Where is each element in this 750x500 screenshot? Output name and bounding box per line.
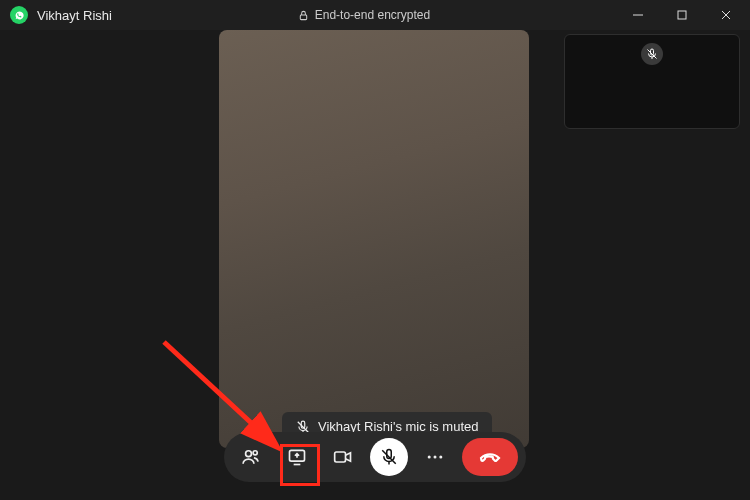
participants-button[interactable] <box>232 438 270 476</box>
whatsapp-icon <box>10 6 28 24</box>
more-options-button[interactable] <box>416 438 454 476</box>
lock-icon <box>298 10 309 21</box>
svg-rect-0 <box>300 15 306 20</box>
svg-point-10 <box>253 451 257 455</box>
svg-point-18 <box>439 456 442 459</box>
pip-mic-muted-badge <box>641 43 663 65</box>
maximize-button[interactable] <box>660 0 704 30</box>
svg-rect-13 <box>335 452 346 462</box>
video-toggle-button[interactable] <box>324 438 362 476</box>
encryption-status: End-to-end encrypted <box>298 8 430 22</box>
close-button[interactable] <box>704 0 748 30</box>
encryption-label: End-to-end encrypted <box>315 8 430 22</box>
self-video-pip[interactable] <box>564 34 740 129</box>
svg-point-16 <box>428 456 431 459</box>
title-bar: Vikhayt Rishi End-to-end encrypted <box>0 0 750 30</box>
svg-point-17 <box>434 456 437 459</box>
call-stage: Vikhayt Rishi's mic is muted <box>0 30 750 500</box>
window-controls <box>616 0 748 30</box>
contact-name: Vikhayt Rishi <box>37 8 112 23</box>
minimize-button[interactable] <box>616 0 660 30</box>
svg-point-9 <box>246 451 252 457</box>
share-screen-button[interactable] <box>278 438 316 476</box>
call-controls-bar <box>224 432 526 482</box>
main-video-feed <box>219 30 529 448</box>
svg-rect-2 <box>678 11 686 19</box>
mic-toggle-button[interactable] <box>370 438 408 476</box>
end-call-button[interactable] <box>462 438 518 476</box>
